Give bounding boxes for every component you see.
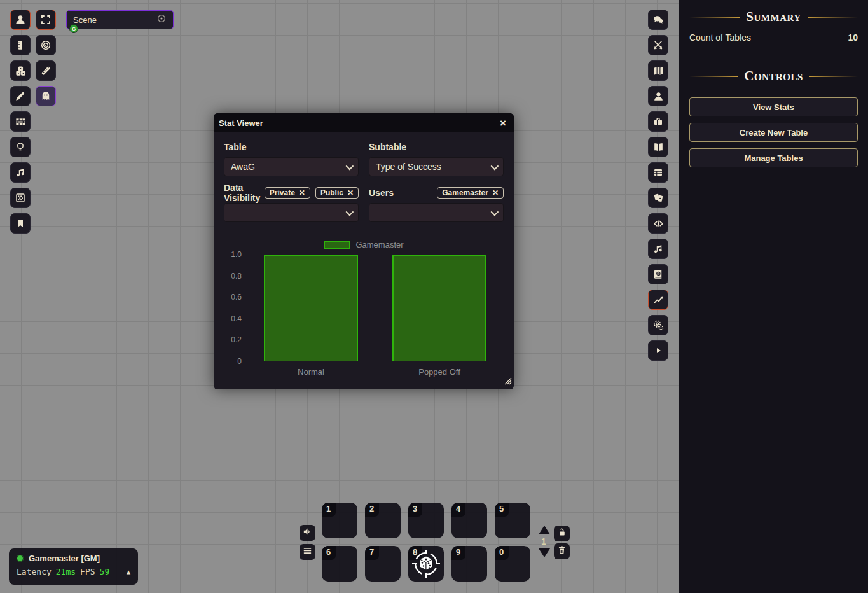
summary-row: Count of Tables 10 [679,32,868,43]
users-chip-gamemaster[interactable]: Gamemaster✕ [437,187,504,199]
scene-name: Scene [73,15,156,25]
ghost-tool-button[interactable] [36,86,56,106]
tab-tables[interactable] [648,162,668,183]
hotbar-trash-button[interactable] [554,543,570,559]
table-label: Table [224,142,247,152]
dice-target-macro-icon[interactable] [408,546,444,584]
tab-actors[interactable] [648,86,668,106]
fps-label: FPS [80,567,95,576]
lighting-controls-button[interactable] [10,137,31,157]
chat-bubbles-icon [652,14,665,26]
hotbar-slot-8[interactable]: 8 [408,546,444,582]
tab-playlists[interactable] [648,239,668,259]
hotbar-slot-7[interactable]: 7 [365,546,401,582]
checker-grid-icon [15,192,26,204]
hotbar-slot-1[interactable]: 1 [322,503,357,538]
visibility-chip-public[interactable]: Public✕ [315,187,359,199]
tab-macros[interactable] [648,213,668,234]
subtable-select[interactable]: Type of Success [369,157,504,176]
y-tick-label: 0.6 [231,293,242,302]
tab-scenes[interactable] [648,60,668,81]
hotbar-slot-0[interactable]: 0 [495,546,530,582]
legend-swatch [324,241,350,249]
sounds-controls-button[interactable] [10,162,31,183]
summary-row-label: Count of Tables [689,32,751,43]
hotbar-slot-4[interactable]: 4 [451,503,487,538]
bullseye-tool-button[interactable] [36,35,56,55]
dice-controls-button[interactable] [10,60,31,81]
walls-controls-button[interactable] [10,111,31,132]
tab-compendium[interactable] [648,264,668,284]
macro-menu-button[interactable] [300,544,315,560]
dialog-titlebar[interactable]: Stat Viewer × [214,113,514,132]
manage-tables-button[interactable]: Manage Tables [689,148,858,167]
chart-x-labels: NormalPopped Off [247,367,504,377]
controls-heading: Controls [679,68,868,84]
hotbar-slot-6[interactable]: 6 [322,546,357,582]
hotbar-lock-button[interactable] [554,526,570,541]
expand-icon [40,14,52,25]
subtable-label: Subtable [369,142,406,152]
users-select[interactable] [369,203,504,222]
create-new-table-button[interactable]: Create New Table [689,123,858,142]
hotbar-slot-3[interactable]: 3 [408,503,444,538]
latency-value: 21ms [56,567,76,576]
players-list[interactable]: Gamemaster [GM] Latency 21ms FPS 59 ▲ [9,548,138,585]
scene-nav-item[interactable]: Scene G [66,10,174,29]
close-icon[interactable]: × [500,118,506,129]
bricks-icon [15,116,27,128]
chart-line-icon [652,294,665,306]
hotbar-slot-2[interactable]: 2 [365,503,401,538]
collapse-players-icon[interactable]: ▲ [127,568,130,575]
tab-cards[interactable] [648,188,668,208]
visibility-chip-private[interactable]: Private✕ [265,187,310,199]
stat-chart: Gamemaster 1.00.80.60.40.20 NormalPopped… [214,233,514,377]
token-controls-button[interactable] [10,10,31,30]
playlist-volume-button[interactable] [300,525,315,541]
y-tick-label: 0.2 [231,335,242,344]
resize-handle-icon[interactable] [504,376,512,387]
sidebar-collapse-button[interactable] [648,340,668,361]
remove-chip-icon[interactable]: ✕ [347,188,354,197]
speaker-icon [302,526,313,540]
tab-chat[interactable] [648,10,668,30]
table-select[interactable]: AwaG [224,157,359,176]
bullseye-icon [40,39,52,51]
hotbar-slot-5[interactable]: 5 [495,503,530,538]
visibility-select[interactable] [224,203,359,222]
view-stats-button[interactable]: View Stats [689,97,858,116]
notes-controls-button[interactable] [10,213,31,234]
chevron-down-icon [346,162,354,170]
hotbar-page-up[interactable] [539,526,550,534]
measure-tool-button[interactable] [36,60,56,81]
drawing-controls-button[interactable] [10,86,31,106]
player-name: Gamemaster [GM] [29,554,100,563]
hotbar-page-down[interactable] [539,548,550,557]
chevron-down-icon [491,207,499,216]
select-tool-button[interactable] [36,10,56,30]
hotbar-slot-9[interactable]: 9 [451,546,487,582]
tab-stats[interactable] [648,290,668,310]
chart-bars [247,255,504,361]
remove-chip-icon[interactable]: ✕ [299,188,305,197]
chart-y-axis: 1.00.80.60.40.20 [224,255,247,361]
target-dot-icon[interactable] [156,13,167,26]
chart-legend[interactable]: Gamemaster [224,239,504,249]
users-label: Users [369,188,394,198]
tab-items[interactable] [648,111,668,132]
crossed-swords-icon [652,39,664,51]
playing-cards-icon [652,192,665,204]
tiles-controls-button[interactable] [10,188,31,208]
ruler-controls-button[interactable] [10,35,31,55]
tab-settings[interactable] [648,315,668,335]
online-status-dot [17,555,24,562]
menu-icon [302,545,313,559]
x-category-label: Popped Off [392,367,486,377]
tab-journal[interactable] [648,137,668,157]
remove-chip-icon[interactable]: ✕ [492,188,499,197]
dice-icon [15,65,27,77]
unlock-icon [556,527,567,540]
legend-label: Gamemaster [355,240,403,249]
tab-combat[interactable] [648,35,668,55]
chart-bar [264,255,358,361]
